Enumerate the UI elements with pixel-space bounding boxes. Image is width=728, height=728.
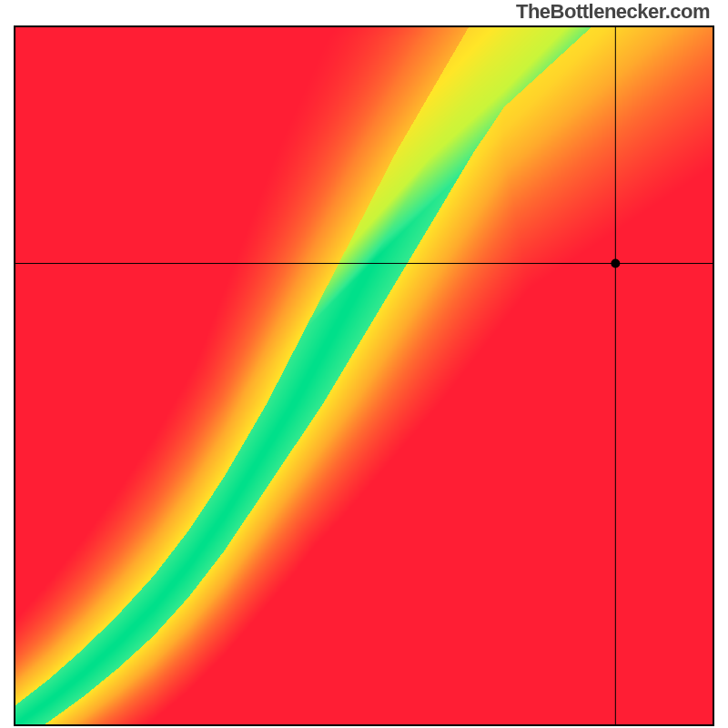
heatmap-canvas xyxy=(14,25,714,726)
bottleneck-heatmap-chart xyxy=(14,25,714,726)
page-title: TheBottlenecker.com xyxy=(516,0,710,24)
